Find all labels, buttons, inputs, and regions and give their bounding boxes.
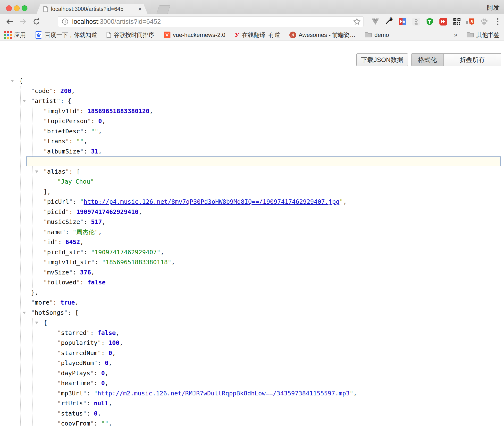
bookmark-label: 其他书签 — [476, 31, 500, 39]
bookmark-item[interactable]: Vvue-hackernews-2.0 — [164, 32, 225, 38]
json-line: "dayPlays": 0, — [0, 368, 504, 378]
json-line: "imglv1Id": 18569651883380120, — [0, 106, 504, 116]
format-button[interactable]: 格式化 — [412, 54, 443, 66]
json-line: "starred": false, — [0, 328, 504, 338]
json-line: "code": 200, — [0, 86, 504, 96]
json-line: "albumSize": 31, — [0, 146, 504, 157]
json-line: { — [0, 318, 504, 328]
json-line: "picUrl": "http://p4.music.126.net/8mv7q… — [0, 197, 504, 207]
extension-saladict-translate[interactable]: 英 — [384, 17, 394, 26]
json-line: "topicPerson": 0, — [0, 116, 504, 126]
extension-octotree[interactable] — [411, 17, 421, 26]
folder-icon — [467, 32, 474, 38]
json-line: "Jay Chou" — [0, 177, 504, 187]
vue-favicon-icon: V — [164, 32, 170, 38]
qr-code-icon — [453, 18, 461, 25]
translate-icon: 英 — [385, 17, 393, 26]
json-line: "hotSongs": [ — [0, 308, 504, 318]
site-info-icon[interactable] — [62, 18, 68, 25]
bookmark-label: 在线翻译_有道 — [242, 31, 280, 39]
collapse-triangle-icon[interactable] — [23, 312, 26, 314]
extension-fe-helper[interactable]: FE — [398, 17, 407, 26]
reload-button[interactable] — [31, 14, 42, 29]
baidu-paw-icon — [35, 31, 42, 39]
new-tab-button[interactable] — [156, 5, 170, 14]
window-close-button[interactable] — [6, 5, 12, 11]
json-line: "briefDesc": "", — [0, 126, 504, 136]
bookmark-star-icon[interactable] — [353, 18, 361, 26]
shield-icon — [426, 18, 433, 26]
extensions-row: 英FE5 — [370, 14, 503, 29]
json-line: "imglv1Id_str": "18569651883380118", — [0, 257, 504, 267]
youdao-icon: У — [235, 31, 240, 39]
tab-title: localhost:3000/artists?id=645 — [51, 6, 137, 12]
bookmark-item[interactable]: demo — [365, 32, 389, 38]
download-json-button[interactable]: 下载JSON数据 — [356, 53, 408, 66]
back-button[interactable] — [4, 14, 16, 29]
html5-icon: 5 — [466, 18, 475, 25]
person-icon — [412, 18, 420, 26]
bookmark-item[interactable]: 谷歌按时间排序 — [106, 31, 154, 39]
collapse-triangle-icon[interactable] — [35, 170, 38, 173]
json-line: }, — [0, 288, 504, 298]
bookmark-label: Awesomes - 前端资… — [299, 31, 355, 39]
json-line: "id": 6452, — [0, 237, 504, 247]
awesomes-icon: A — [289, 32, 296, 38]
bookmark-item[interactable]: AAwesomes - 前端资… — [289, 31, 355, 39]
json-line: "hearTime": 0, — [0, 378, 504, 388]
json-line: "musicSize": 517, — [0, 217, 504, 227]
json-line: "copyFrom": "", — [0, 418, 504, 426]
extension-video-downloader[interactable] — [438, 17, 448, 26]
forward-button[interactable] — [17, 14, 29, 29]
browser-menu-button[interactable] — [493, 17, 503, 26]
json-line: "rtUrls": null, — [0, 398, 504, 409]
address-bar[interactable]: localhost:3000/artists?id=6452 — [58, 16, 363, 27]
collapse-triangle-icon[interactable] — [11, 80, 14, 82]
window-zoom-button[interactable] — [22, 5, 27, 11]
json-line: "name": "周杰伦", — [0, 227, 504, 237]
json-line: { — [0, 76, 504, 86]
json-url-link[interactable]: http://p4.music.126.net/8mv7qP30Pd3oHW8b… — [84, 198, 340, 205]
bookmark-item[interactable]: У在线翻译_有道 — [235, 31, 280, 39]
collapse-all-button[interactable]: 折叠所有 — [443, 54, 501, 66]
extension-html5-outliner[interactable]: 5 — [466, 17, 475, 26]
bookmark-item[interactable]: 应用 — [4, 31, 26, 39]
bookmark-label: 百度一下，你就知道 — [45, 31, 97, 39]
extension-crx-paw[interactable] — [479, 17, 489, 26]
extension-qr-code[interactable] — [452, 17, 462, 26]
json-line: "mvSize": 376, — [0, 267, 504, 278]
json-line: "more": true, — [0, 298, 504, 308]
json-line: "status": 0, — [0, 409, 504, 419]
json-line: "starredNum": 0, — [0, 348, 504, 358]
bookmark-label: 应用 — [14, 31, 26, 39]
page-favicon-icon — [43, 6, 48, 12]
bookmarks-overflow-chevron[interactable]: » — [454, 31, 457, 39]
extension-tampermonkey[interactable] — [425, 17, 435, 26]
titlebar: localhost:3000/artists?id=645 × 阿发 — [0, 0, 504, 14]
url-text[interactable]: localhost:3000/artists?id=6452 — [72, 18, 161, 26]
other-bookmarks-folder[interactable]: 其他书签 — [467, 31, 500, 39]
bookmark-item[interactable]: 百度一下，你就知道 — [35, 31, 97, 39]
json-line: "picId_str": "19097417462929407", — [0, 247, 504, 257]
json-url-link[interactable]: http://m2.music.126.net/RMJR7wDullRqppBk… — [98, 390, 350, 397]
paw-icon — [480, 18, 488, 25]
json-line: "alias": [ — [0, 167, 504, 177]
json-line: "artist": { — [0, 96, 504, 106]
window-minimize-button[interactable] — [14, 5, 20, 11]
page-content: 下载JSON数据 格式化 折叠所有 {"code": 200,"artist":… — [0, 41, 504, 426]
json-line: "playedNum": 0, — [0, 358, 504, 368]
json-line: ], — [0, 187, 504, 197]
bookmark-label: vue-hackernews-2.0 — [173, 32, 225, 38]
collapse-triangle-icon[interactable] — [35, 322, 38, 324]
collapse-triangle-icon[interactable] — [23, 100, 26, 102]
browser-menu-icon — [497, 18, 499, 25]
toolbar: localhost:3000/artists?id=6452 英FE5 — [0, 14, 504, 29]
browser-tab[interactable]: localhost:3000/artists?id=645 × — [36, 4, 148, 14]
profile-name[interactable]: 阿发 — [487, 3, 500, 12]
json-line: "trans": "", — [0, 136, 504, 146]
folder-icon — [365, 32, 372, 38]
tab-close-icon[interactable]: × — [138, 6, 142, 12]
extension-vue-devtools[interactable] — [370, 17, 380, 26]
json-tree: {"code": 200,"artist": {"imglv1Id": 1856… — [0, 76, 504, 426]
json-url-link[interactable]: http://p4.music.126.net/Q_ExePNkmqB2yWyL… — [95, 158, 351, 165]
